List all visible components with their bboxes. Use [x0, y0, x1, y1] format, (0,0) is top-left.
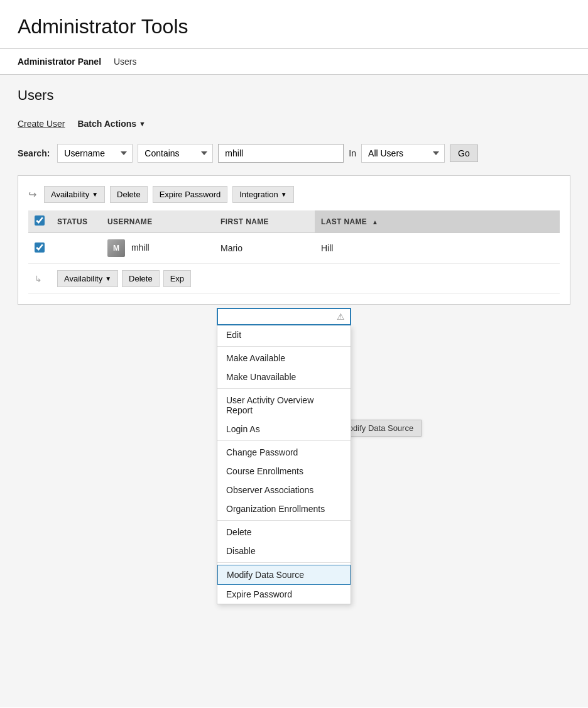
context-menu-wrapper: ⚠ Edit Make Available Make Unavailable U…: [217, 308, 351, 604]
row-availability-button[interactable]: Availability ▼: [57, 270, 118, 287]
search-field-select[interactable]: Username First Name Last Name Email: [57, 144, 133, 163]
row-status: [51, 233, 101, 264]
integration-chevron-icon: ▼: [281, 191, 287, 198]
breadcrumb-separator: [106, 57, 109, 67]
toolbar: Create User Batch Actions ▼: [18, 116, 570, 131]
section-title: Users: [18, 87, 570, 104]
sort-icon: ▲: [372, 219, 378, 226]
menu-item-make-unavailable[interactable]: Make Unavailable: [217, 368, 351, 386]
row-action-arrow-icon: ↳: [35, 274, 42, 284]
row-firstname: Mario: [214, 233, 315, 264]
availability-label: Availability: [51, 190, 89, 199]
delete-button[interactable]: Delete: [110, 186, 148, 203]
expire-password-button[interactable]: Expire Password: [153, 186, 228, 203]
context-menu: Edit Make Available Make Unavailable Use…: [217, 325, 351, 604]
menu-item-modify-data-source[interactable]: Modify Data Source: [217, 565, 351, 585]
integration-label: Integration: [239, 190, 278, 199]
context-menu-divider-4: [217, 520, 351, 521]
menu-item-expire-password[interactable]: Expire Password: [217, 585, 351, 604]
search-in-label: In: [349, 148, 356, 158]
menu-item-disable[interactable]: Disable: [217, 542, 351, 560]
search-scope-select[interactable]: All Users Active Users Disabled Users: [361, 144, 445, 163]
menu-item-delete[interactable]: Delete: [217, 523, 351, 542]
menu-item-make-available[interactable]: Make Available: [217, 349, 351, 368]
table-container: ↪ Availability ▼ Delete Expire Password …: [18, 175, 570, 305]
menu-item-org-enrollments[interactable]: Organization Enrollments: [217, 499, 351, 518]
context-menu-divider-3: [217, 440, 351, 441]
username-value: mhill: [131, 242, 150, 253]
context-menu-divider-2: [217, 388, 351, 389]
header-checkbox[interactable]: [35, 215, 45, 226]
row-checkbox-cell: [28, 233, 51, 264]
batch-actions-button[interactable]: Batch Actions ▼: [77, 119, 146, 129]
context-menu-divider-1: [217, 346, 351, 347]
availability-button[interactable]: Availability ▼: [44, 186, 105, 203]
row-action-cell: Availability ▼ Delete Exp: [51, 264, 560, 294]
avatar-image: M: [107, 239, 125, 257]
menu-item-login-as[interactable]: Login As: [217, 420, 351, 438]
page-header: Administrator Tools: [0, 0, 588, 49]
row-exp-button[interactable]: Exp: [163, 270, 191, 287]
row-action-row: ↳ Availability ▼ Delete Exp: [28, 264, 560, 294]
search-bar: Search: Username First Name Last Name Em…: [18, 144, 570, 163]
batch-actions-chevron-icon: ▼: [139, 120, 146, 128]
row-delete-button[interactable]: Delete: [122, 270, 160, 287]
context-menu-clear-icon[interactable]: ⚠: [337, 312, 345, 322]
breadcrumb-admin-panel[interactable]: Administrator Panel: [18, 57, 101, 67]
main-content: Users Create User Batch Actions ▼ Search…: [0, 75, 588, 707]
header-checkbox-cell: [28, 210, 51, 233]
row-availability-chevron-icon: ▼: [105, 275, 111, 282]
search-label: Search:: [18, 148, 50, 158]
context-menu-divider-5: [217, 562, 351, 563]
availability-chevron-icon: ▼: [92, 191, 98, 198]
header-lastname[interactable]: LAST NAME ▲: [315, 210, 560, 233]
search-input[interactable]: [218, 144, 344, 163]
context-menu-search: ⚠: [217, 308, 351, 325]
batch-actions-label: Batch Actions: [77, 119, 136, 129]
row-lastname: Hill: [315, 233, 560, 264]
breadcrumb: Administrator Panel Users: [0, 49, 588, 75]
menu-item-activity-report[interactable]: User Activity Overview Report: [217, 391, 351, 420]
row-checkbox[interactable]: [35, 242, 45, 253]
go-button[interactable]: Go: [450, 144, 478, 162]
page-title: Administrator Tools: [18, 15, 570, 38]
row-action-bar: Availability ▼ Delete Exp: [57, 270, 553, 287]
header-status: STATUS: [51, 210, 101, 233]
row-action-indent: ↳: [28, 264, 51, 294]
breadcrumb-users[interactable]: Users: [114, 57, 137, 67]
table-row: M mhill Mario Hill: [28, 233, 560, 264]
menu-item-edit[interactable]: Edit: [217, 325, 351, 344]
create-user-button[interactable]: Create User: [18, 116, 65, 131]
menu-item-course-enrollments[interactable]: Course Enrollments: [217, 462, 351, 481]
avatar: M: [107, 239, 125, 257]
integration-button[interactable]: Integration ▼: [232, 186, 293, 203]
context-menu-search-input[interactable]: [223, 312, 337, 322]
action-bar-arrow-icon: ↪: [28, 188, 36, 200]
menu-item-observer-associations[interactable]: Observer Associations: [217, 481, 351, 499]
menu-item-change-password[interactable]: Change Password: [217, 443, 351, 462]
header-username[interactable]: USERNAME: [101, 210, 214, 233]
users-table: STATUS USERNAME FIRST NAME LAST NAME ▲: [28, 210, 560, 294]
top-action-bar: ↪ Availability ▼ Delete Expire Password …: [28, 186, 560, 203]
row-username: M mhill: [101, 233, 214, 264]
row-availability-label: Availability: [64, 274, 102, 283]
header-firstname[interactable]: FIRST NAME: [214, 210, 315, 233]
table-header-row: STATUS USERNAME FIRST NAME LAST NAME ▲: [28, 210, 560, 233]
search-condition-select[interactable]: Contains Equals Starts With: [138, 144, 213, 163]
